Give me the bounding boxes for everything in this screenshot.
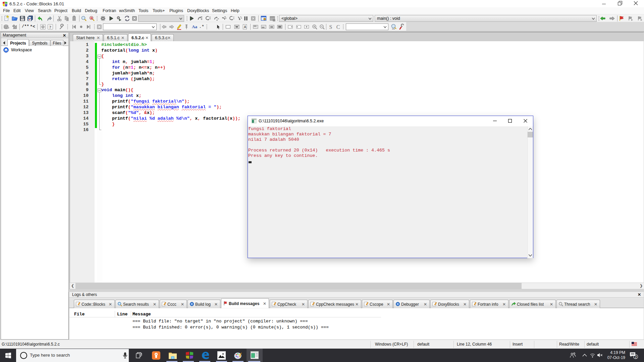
svg-text:A: A <box>244 25 246 29</box>
svg-text:2: 2 <box>635 355 637 359</box>
svg-text:R: R <box>91 16 93 20</box>
svg-text:?: ? <box>49 24 52 29</box>
